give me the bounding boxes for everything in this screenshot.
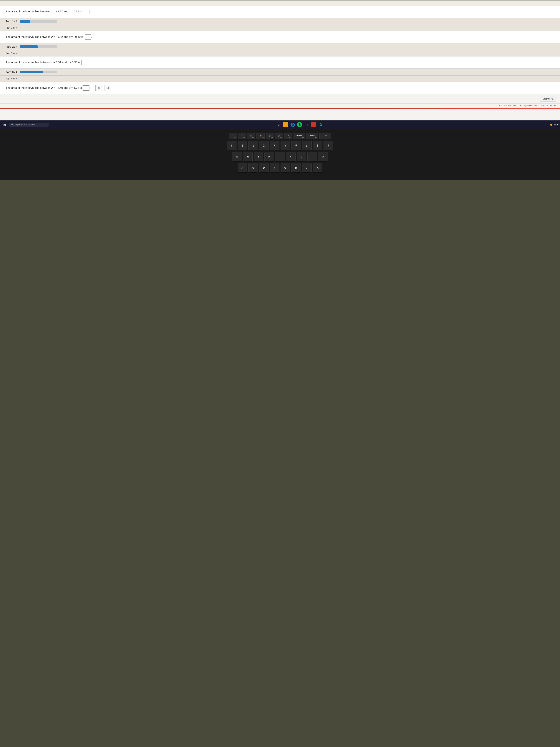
part4-answer-input[interactable] <box>83 85 89 91</box>
asdf-row: A S D F G H J K <box>2 163 558 173</box>
key-f9[interactable]: Home F9 <box>306 133 318 139</box>
google-icon[interactable]: G <box>318 122 324 128</box>
part3-header: Part: 3 / 4 <box>0 69 560 76</box>
privacy-text: Pr <box>554 104 556 107</box>
copyright-text: © 2022 McGraw Hill LLC. All Rights Reser… <box>497 104 538 107</box>
file-explorer-icon[interactable] <box>283 122 288 127</box>
part3-progress-fill <box>20 71 43 73</box>
key-q[interactable]: Q <box>232 152 242 161</box>
key-f[interactable]: F <box>270 163 279 173</box>
key-f1[interactable]: ☼ F1 <box>229 133 237 139</box>
key-f6[interactable]: 🔊 F6 <box>275 133 283 139</box>
key-f3[interactable]: ▷|| F3 <box>247 133 256 139</box>
footer-red-bar <box>0 108 560 109</box>
task-view-icon[interactable]: ⊟ <box>275 122 282 128</box>
taskbar-center-icons: ⊟ 🌐 S ⊞ G <box>50 122 549 128</box>
key-e[interactable]: E <box>254 152 263 161</box>
taskbar: ⊞ 🔍 Type here to search ⊟ 🌐 S ⊞ G 56° <box>0 121 560 129</box>
chrome-icon[interactable]: 🌐 <box>290 122 296 128</box>
key-t[interactable]: T <box>275 152 285 161</box>
part1-label: Part: 1 / 4 <box>5 20 17 23</box>
part1-progress-container <box>20 20 57 23</box>
key-w[interactable]: W <box>243 152 252 161</box>
submit-button[interactable]: Submit As <box>540 96 556 102</box>
part2-progress-fill <box>20 45 37 48</box>
key-u[interactable]: U <box>297 152 306 161</box>
key-a[interactable]: A <box>238 163 247 173</box>
top-question-block: The area of the interval lies between z … <box>0 5 560 18</box>
search-icon: 🔍 <box>11 123 14 126</box>
key-k[interactable]: K <box>313 163 322 173</box>
part1-header: Part: 1 / 4 <box>0 18 560 25</box>
taskbar-search-text: Type here to search <box>15 123 35 126</box>
music-icon[interactable]: S <box>297 122 302 127</box>
key-g[interactable]: G <box>281 163 290 173</box>
part2-of-label: Part 2 of 4 <box>0 25 560 31</box>
part2-answer-input[interactable] <box>85 34 91 40</box>
part4-question-block: The area of the interval lies between z … <box>0 82 560 94</box>
grid-app-icon[interactable]: ⊞ <box>304 122 310 128</box>
part1-progress-fill <box>20 20 30 23</box>
part2-question-text: The area of the interval lies between z … <box>6 34 554 40</box>
key-5[interactable]: % 5 <box>270 141 279 150</box>
part2-question-block: The area of the interval lies between z … <box>0 31 560 43</box>
key-f2[interactable]: ☀ F2 <box>238 133 246 139</box>
part4-of-label: Part 4 of 4 <box>0 76 560 82</box>
key-f8[interactable]: PrtScn F8 <box>294 133 305 139</box>
key-f7[interactable]: ☀ F7 <box>284 133 292 139</box>
part4-question-row: The area of the interval lies between z … <box>6 85 554 91</box>
key-y[interactable]: Y <box>286 152 296 161</box>
key-end[interactable]: End <box>319 133 331 139</box>
number-row: ! 1 @ 2 # 3 $ 4 % 5 ^ 6 & 7 * 8 <box>2 141 558 150</box>
key-2[interactable]: @ 2 <box>238 141 247 150</box>
qwerty-row: Q W E R T Y U I O <box>2 152 558 161</box>
key-f4[interactable]: 🔇 F4 <box>257 133 265 139</box>
part2-header: Part: 2 / 4 <box>0 43 560 50</box>
key-1[interactable]: ! 1 <box>227 141 237 150</box>
key-i[interactable]: I <box>308 152 317 161</box>
copyright-bar: © 2022 McGraw Hill LLC. All Rights Reser… <box>0 103 560 108</box>
submit-area: Submit As <box>0 94 560 103</box>
part3-of-label: Part 3 of 4 <box>0 50 560 56</box>
key-9[interactable]: ( 9 <box>313 141 322 150</box>
key-3[interactable]: # 3 <box>248 141 258 150</box>
part3-label: Part: 3 / 4 <box>5 71 17 74</box>
keyboard: ☼ F1 ☀ F2 ▷|| F3 🔇 F4 🔉 F5 🔊 F6 ☀ F7 Prt… <box>0 129 560 180</box>
taskbar-right: 56°F <box>550 123 559 126</box>
part4-action-buttons: × ↺ <box>96 85 111 91</box>
key-j[interactable]: J <box>302 163 312 173</box>
key-8[interactable]: * 8 <box>302 141 312 150</box>
key-r[interactable]: R <box>264 152 274 161</box>
part3-answer-input[interactable] <box>81 60 88 65</box>
key-4[interactable]: $ 4 <box>259 141 269 150</box>
key-6[interactable]: ^ 6 <box>281 141 290 150</box>
top-question-text: The area of the interval lies between z … <box>6 9 554 14</box>
key-o[interactable]: O <box>318 152 328 161</box>
key-d[interactable]: D <box>259 163 269 173</box>
key-0[interactable]: ) 0 <box>323 141 333 150</box>
temperature-text: 56°F <box>554 123 559 126</box>
key-h[interactable]: H <box>291 163 301 173</box>
fn-key-row: ☼ F1 ☀ F2 ▷|| F3 🔇 F4 🔉 F5 🔊 F6 ☀ F7 Prt… <box>2 133 558 139</box>
terms-of-use-link[interactable]: Terms of Use <box>540 104 553 107</box>
red-app-icon[interactable] <box>311 122 316 127</box>
part4-question-text: The area of the interval lies between z … <box>6 85 90 91</box>
part3-question-block: The area of the interval lies between z … <box>0 56 560 69</box>
key-s[interactable]: S <box>248 163 258 173</box>
weather-dot <box>550 124 553 126</box>
taskbar-search-box[interactable]: 🔍 Type here to search <box>8 123 49 127</box>
part3-progress-container <box>20 71 57 73</box>
part2-label: Part: 2 / 4 <box>5 45 17 48</box>
key-7[interactable]: & 7 <box>291 141 301 150</box>
part2-progress-container <box>20 45 57 48</box>
clear-button[interactable]: × <box>96 85 102 91</box>
windows-start-button[interactable]: ⊞ <box>1 122 7 128</box>
part3-question-text: The area of the interval lies between z … <box>6 60 554 65</box>
redo-button[interactable]: ↺ <box>104 85 111 91</box>
top-answer-input[interactable] <box>83 9 89 14</box>
key-f5[interactable]: 🔉 F5 <box>266 133 274 139</box>
